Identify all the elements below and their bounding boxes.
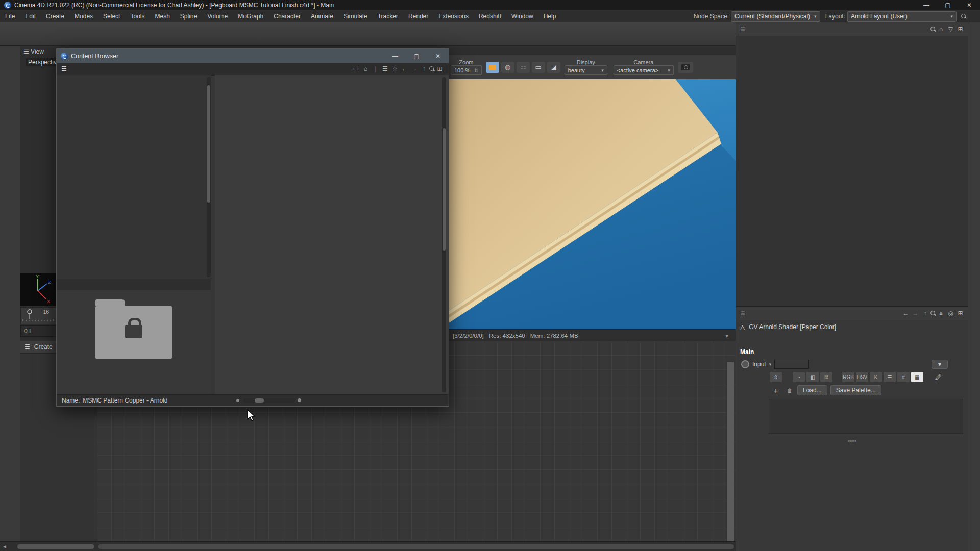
render-sphere-button[interactable]: ◍ — [501, 62, 514, 73]
svg-text:Z: Z — [48, 280, 51, 285]
display-dropdown[interactable]: beauty▾ — [565, 65, 607, 75]
om-burger-icon[interactable]: ☰ — [736, 26, 750, 33]
timeline-ruler[interactable]: 16 — [20, 307, 57, 324]
mixer-icon[interactable]: ☰ — [884, 372, 896, 382]
load-button[interactable]: Load... — [797, 385, 827, 395]
menu-volume[interactable]: Volume — [202, 13, 233, 20]
eraser-button[interactable]: ◢ — [547, 62, 560, 73]
menu-render[interactable]: Render — [403, 13, 433, 20]
cb-thumbview-icon[interactable]: ▭ — [351, 65, 361, 72]
cb-minimize-button[interactable]: — — [384, 51, 406, 61]
frame-button[interactable]: ▭ — [532, 62, 545, 73]
input-color-swatch[interactable] — [774, 360, 809, 369]
am-up-icon[interactable]: ↑ — [920, 310, 930, 317]
cb-burger-icon[interactable]: ☰ — [57, 65, 71, 72]
cb-menu-bar: ☰ ▭ ⌂ | ☰ ☆ ← → ↑ ⊞ — [57, 63, 449, 76]
menu-animate[interactable]: Animate — [306, 13, 338, 20]
current-frame-field[interactable]: 0 F — [20, 325, 58, 337]
am-target-icon[interactable]: ◎ — [946, 310, 955, 317]
swatches-icon[interactable]: ▦ — [911, 372, 923, 382]
color-wheel-icon[interactable]: ◔ — [793, 372, 805, 382]
menu-redshift[interactable]: Redshift — [474, 13, 506, 20]
cb-forward-icon[interactable]: → — [409, 65, 419, 72]
menu-select[interactable]: Select — [98, 13, 125, 20]
hsv-icon[interactable]: HSV — [856, 372, 868, 382]
gradient-icon[interactable]: ◧ — [806, 372, 819, 382]
add-swatch-icon[interactable]: + — [770, 385, 782, 395]
cb-grid-scrollbar[interactable] — [442, 77, 446, 392]
menu-mograph[interactable]: MoGraph — [233, 13, 268, 20]
cb-zoom-max-icon[interactable] — [298, 398, 301, 402]
cb-zoom-min-icon[interactable] — [236, 399, 239, 402]
cb-tree-scrollbar[interactable] — [207, 77, 211, 277]
om-addpanel-icon[interactable]: ⊞ — [955, 26, 965, 33]
layout-label: Layout: — [825, 13, 845, 20]
menu-window[interactable]: Window — [506, 13, 538, 20]
material-scrollbar[interactable] — [17, 544, 94, 549]
render-scene[interactable] — [448, 79, 736, 329]
status-collapse-icon[interactable]: ▾ — [725, 332, 728, 339]
cb-up-icon[interactable]: ↑ — [419, 65, 429, 72]
input-caret-icon[interactable]: ▾ — [769, 362, 772, 367]
viewport-view-menu[interactable]: ☰ View — [23, 48, 44, 55]
minimize-button[interactable]: — — [916, 0, 937, 10]
am-forward-icon[interactable]: → — [911, 310, 920, 317]
menu-tracker[interactable]: Tracker — [373, 13, 403, 20]
cb-zoom-slider[interactable] — [243, 398, 295, 403]
save-palette-button[interactable]: Save Palette... — [830, 385, 881, 395]
cb-newpanel-icon[interactable]: ⊞ — [435, 65, 445, 72]
input-expand-button[interactable]: ▾ — [932, 360, 948, 369]
attribute-manager-menu: ☰ ← → ↑ 🔒︎ ◎ ⊞ — [736, 307, 968, 320]
cb-back-icon[interactable]: ← — [400, 65, 409, 72]
camera-dropdown[interactable]: <active camera>▾ — [614, 65, 674, 75]
layout-dropdown[interactable]: Arnold Layout (User)▾ — [847, 11, 957, 22]
compact-icon[interactable]: ⇳ — [770, 372, 782, 382]
close-button[interactable]: ✕ — [959, 0, 980, 10]
cb-star-icon[interactable]: ☆ — [390, 65, 400, 72]
menu-modes[interactable]: Modes — [69, 13, 98, 20]
om-filter-icon[interactable]: ▽ — [946, 26, 955, 33]
cb-home-icon[interactable]: ⌂ — [361, 65, 371, 72]
om-home-icon[interactable]: ⌂ — [936, 26, 946, 33]
am-back-icon[interactable]: ← — [901, 310, 911, 317]
ipr-window-button[interactable] — [486, 62, 499, 73]
scroll-left-icon[interactable]: ◂ — [3, 543, 6, 550]
cb-filter-icon[interactable]: ☰ — [380, 65, 390, 72]
am-lock-icon[interactable]: 🔒︎ — [936, 310, 946, 317]
menu-help[interactable]: Help — [538, 13, 561, 20]
cb-search-icon[interactable] — [429, 66, 435, 72]
menu-file[interactable]: File — [0, 13, 20, 20]
delete-swatch-icon[interactable]: 🗑︎ — [783, 385, 796, 395]
eyedropper-icon[interactable]: 🖉 — [932, 372, 944, 382]
layout-search-icon[interactable] — [961, 13, 967, 19]
cb-title-bar[interactable]: Content Browser — ▢ ✕ — [57, 49, 449, 63]
rgb-icon[interactable]: RGB — [842, 372, 854, 382]
am-addpanel-icon[interactable]: ⊞ — [955, 310, 965, 317]
menu-character[interactable]: Character — [268, 13, 306, 20]
cb-maximize-button[interactable]: ▢ — [406, 51, 427, 61]
right-tab-strip — [968, 22, 980, 551]
menu-mesh[interactable]: Mesh — [150, 13, 175, 20]
menu-edit[interactable]: Edit — [20, 13, 41, 20]
menu-extensions[interactable]: Extensions — [433, 13, 474, 20]
menu-tools[interactable]: Tools — [125, 13, 150, 20]
camera-label: Camera — [633, 59, 653, 65]
k-icon[interactable]: K — [870, 372, 882, 382]
menu-simulate[interactable]: Simulate — [338, 13, 373, 20]
zoom-value[interactable]: 100 %⇅ — [451, 65, 482, 75]
om-search-icon[interactable] — [930, 26, 936, 32]
am-burger-icon[interactable]: ☰ — [736, 310, 750, 317]
node-editor-scrollbar[interactable] — [98, 544, 734, 549]
panel-resize-dots[interactable]: •••• — [736, 438, 968, 445]
node-space-dropdown[interactable]: Current (Standard/Physical)▾ — [731, 11, 820, 22]
cb-close-button[interactable]: ✕ — [427, 51, 449, 61]
picture-icon[interactable]: 🖻 — [820, 372, 832, 382]
menu-spline[interactable]: Spline — [175, 13, 202, 20]
menu-create[interactable]: Create — [41, 13, 69, 20]
am-search-icon[interactable] — [930, 310, 936, 316]
hex-icon[interactable]: # — [897, 372, 910, 382]
node-view-button[interactable]: ⚏ — [517, 62, 530, 73]
camera-icon[interactable] — [678, 62, 693, 73]
maximize-button[interactable]: ▢ — [937, 0, 959, 10]
input-radio-icon[interactable] — [741, 360, 749, 368]
